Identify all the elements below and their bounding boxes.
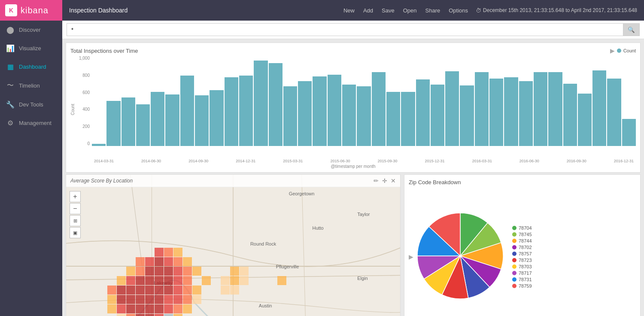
map-content: Georgetown Taylor Hutto Round Rock Pflug… xyxy=(66,175,400,316)
pie-label-78757: 78757 xyxy=(519,251,532,256)
bar-25 xyxy=(460,85,474,146)
y-label-600: 600 xyxy=(82,90,90,95)
sidebar-item-visualize[interactable]: 📊 Visualize xyxy=(0,39,62,58)
pie-dot-78703 xyxy=(512,264,516,269)
heat-cell-70 xyxy=(277,276,286,285)
sidebar-item-devtools[interactable]: 🔧 Dev Tools xyxy=(0,95,62,114)
heat-cell-44 xyxy=(183,295,192,304)
bar-chart-panel: Total Inspections over Time ▶ Count 1,00… xyxy=(66,43,641,173)
heat-cell-58 xyxy=(145,314,154,316)
sidebar-label-dashboard: Dashboard xyxy=(19,64,46,70)
sidebar: K kibana ⬤ Discover 📊 Visualize ▦ Dashbo… xyxy=(0,0,62,316)
open-button[interactable]: Open xyxy=(402,6,418,15)
options-button[interactable]: Options xyxy=(448,6,469,15)
zoom-in-button[interactable]: + xyxy=(70,191,81,202)
pie-dot-78745 xyxy=(512,232,516,237)
heat-cell-41 xyxy=(155,295,164,304)
pie-panel: Zip Code Breakdown ▶ 7870478745787447870… xyxy=(404,174,641,316)
add-button[interactable]: Add xyxy=(362,6,374,15)
heat-cell-36 xyxy=(107,295,116,304)
pie-dot-78731 xyxy=(512,277,516,282)
heat-cell-50 xyxy=(145,304,154,313)
y-axis: 1,000 800 600 400 200 0 xyxy=(70,56,92,146)
heat-cell-18 xyxy=(126,276,135,285)
sidebar-item-timelion[interactable]: 〜 Timelion xyxy=(0,76,62,95)
heat-cell-22 xyxy=(164,276,173,285)
heat-cell-71 xyxy=(230,267,239,276)
bar-chart-title: Total Inspections over Time xyxy=(70,48,138,54)
pie-legend-item-78757: 78757 xyxy=(512,251,532,256)
pie-legend: 7870478745787447870278757787237870378717… xyxy=(512,225,532,289)
bar-23 xyxy=(431,85,444,146)
x-label-10: 2016-09-30 xyxy=(567,159,586,163)
x-label-11: 2016-12-31 xyxy=(614,159,634,163)
x-axis-title: @timestamp per month xyxy=(70,164,636,169)
heat-cell-55 xyxy=(117,314,126,316)
heat-cell-33 xyxy=(173,286,182,295)
map-controls-top: ✏ ✛ ✕ xyxy=(374,177,396,184)
dashboard-area: Total Inspections over Time ▶ Count 1,00… xyxy=(62,39,644,316)
sidebar-item-discover[interactable]: ⬤ Discover xyxy=(0,21,62,39)
dashboard-title: Inspection Dashboard xyxy=(69,7,128,14)
time-range[interactable]: ⏱ December 15th 2013, 21:33:15.648 to Ap… xyxy=(476,7,637,14)
heat-cell-35 xyxy=(192,286,201,295)
topbar: Inspection Dashboard New Add Save Open S… xyxy=(62,0,644,21)
bar-29 xyxy=(519,81,533,146)
x-label-2: 2014-09-30 xyxy=(188,159,208,163)
map-close-button[interactable]: ✕ xyxy=(391,177,396,184)
heat-cell-46 xyxy=(107,304,116,313)
map-edit-button[interactable]: ✏ xyxy=(374,177,379,184)
heat-cell-73 xyxy=(221,276,230,285)
new-button[interactable]: New xyxy=(343,6,355,15)
heat-cell-5 xyxy=(155,257,164,266)
search-button[interactable]: 🔍 xyxy=(623,23,640,36)
heat-cell-74 xyxy=(230,276,239,285)
legend-prev-arrow[interactable]: ▶ xyxy=(610,47,615,54)
bar-21 xyxy=(401,92,415,146)
map-square-button[interactable]: ▣ xyxy=(70,227,81,238)
bar-10 xyxy=(239,76,253,146)
heat-cell-9 xyxy=(126,267,135,276)
heat-cell-25 xyxy=(202,276,211,285)
heat-cell-34 xyxy=(183,286,192,295)
bar-19 xyxy=(372,72,386,146)
y-label-800: 800 xyxy=(82,73,90,78)
sidebar-item-management[interactable]: ⚙ Management xyxy=(0,114,62,132)
search-icon: 🔍 xyxy=(628,27,635,33)
pie-legend-arrow[interactable]: ▶ xyxy=(409,253,413,260)
bar-30 xyxy=(534,72,547,146)
y-label-200: 200 xyxy=(82,124,90,129)
heat-cell-30 xyxy=(145,286,154,295)
x-label-3: 2014-12-31 xyxy=(236,159,255,163)
visualize-icon: 📊 xyxy=(6,44,15,52)
sidebar-label-visualize: Visualize xyxy=(19,45,41,52)
sidebar-item-dashboard[interactable]: ▦ Dashboard xyxy=(0,58,62,76)
bar-8 xyxy=(210,90,223,146)
share-button[interactable]: Share xyxy=(425,6,441,15)
heat-cell-76 xyxy=(221,286,230,295)
zoom-out-button[interactable]: − xyxy=(70,203,81,214)
x-label-8: 2016-03-31 xyxy=(472,159,492,163)
bar-6 xyxy=(180,76,194,146)
heat-cell-21 xyxy=(155,276,164,285)
kibana-logo-text: kibana xyxy=(21,6,49,15)
heat-cell-61 xyxy=(173,314,182,316)
search-input[interactable] xyxy=(67,23,623,36)
bar-3 xyxy=(136,104,150,146)
heat-cell-31 xyxy=(155,286,164,295)
heat-cell-49 xyxy=(136,304,145,313)
heat-cell-27 xyxy=(117,286,126,295)
bars-area xyxy=(92,56,636,146)
bar-chart-legend: ▶ Count xyxy=(610,47,636,54)
heat-cell-57 xyxy=(136,314,145,316)
map-move-button[interactable]: ✛ xyxy=(382,177,387,184)
heat-cell-16 xyxy=(192,267,201,276)
bar-14 xyxy=(298,81,312,146)
pie-dot-78723 xyxy=(512,258,516,262)
pie-label-78717: 78717 xyxy=(519,270,532,276)
pie-legend-item-78731: 78731 xyxy=(512,277,532,282)
heat-cell-56 xyxy=(126,314,135,316)
sidebar-label-discover: Discover xyxy=(19,27,41,33)
map-select-button[interactable]: ⊞ xyxy=(70,215,81,226)
save-button[interactable]: Save xyxy=(381,6,395,15)
